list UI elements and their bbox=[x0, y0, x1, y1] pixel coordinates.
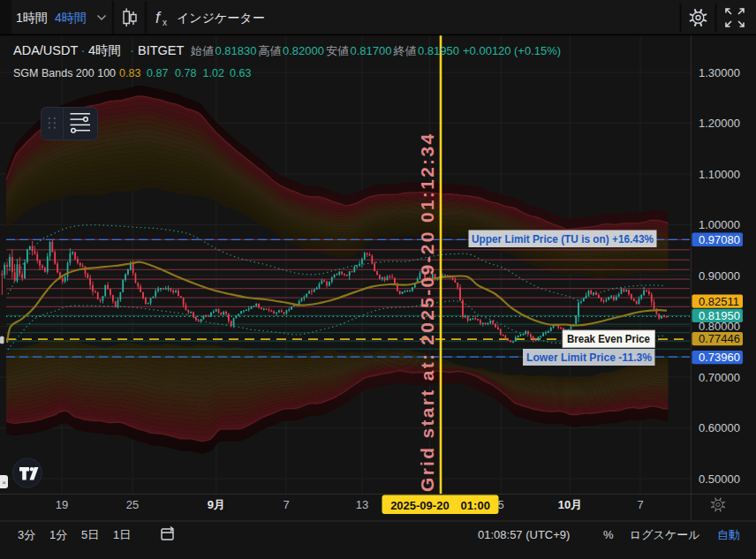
svg-text:0.77446: 0.77446 bbox=[699, 332, 740, 345]
svg-text:4時間: 4時間 bbox=[55, 11, 87, 25]
svg-text:Break Even Price: Break Even Price bbox=[567, 333, 650, 345]
svg-text:0.81950: 0.81950 bbox=[699, 309, 740, 322]
svg-text:13: 13 bbox=[356, 498, 368, 511]
svg-text:0.90000: 0.90000 bbox=[699, 269, 740, 283]
svg-text:ログスケール: ログスケール bbox=[630, 528, 700, 541]
svg-text:%: % bbox=[603, 528, 614, 541]
svg-text:ADA/USDT·4時間·BITGET: ADA/USDT·4時間·BITGET bbox=[13, 43, 185, 57]
svg-text:0.97080: 0.97080 bbox=[699, 233, 740, 246]
svg-text:x: x bbox=[163, 18, 167, 27]
svg-text:始値0.81830高値0.82000安値0.81700終値0: 始値0.81830高値0.82000安値0.81700終値0.81950+0.0… bbox=[190, 44, 561, 57]
svg-text:自動: 自動 bbox=[717, 528, 740, 541]
svg-text:0.82511: 0.82511 bbox=[699, 295, 739, 308]
svg-text:Upper Limit Price (TU is on): Upper Limit Price (TU is on) +16.43% bbox=[472, 233, 654, 246]
svg-text:2025-09-20 01:00: 2025-09-20 01:00 bbox=[390, 499, 490, 512]
svg-text:01:08:57 (UTC+9): 01:08:57 (UTC+9) bbox=[478, 528, 570, 541]
svg-text:5日: 5日 bbox=[81, 528, 99, 541]
svg-text:1日: 1日 bbox=[113, 528, 131, 541]
svg-text:Lower Limit Price -11.3%: Lower Limit Price -11.3% bbox=[526, 351, 652, 364]
svg-text:0.50000: 0.50000 bbox=[699, 472, 740, 486]
svg-text:1.30000: 1.30000 bbox=[699, 66, 740, 79]
svg-text:7: 7 bbox=[283, 498, 289, 511]
svg-text:0.60000: 0.60000 bbox=[699, 421, 740, 434]
svg-text:×: × bbox=[2, 479, 6, 487]
svg-text:1.00000: 1.00000 bbox=[699, 218, 740, 231]
svg-text:0.70000: 0.70000 bbox=[699, 371, 740, 384]
svg-text:0.73960: 0.73960 bbox=[699, 351, 740, 364]
svg-text:1.10000: 1.10000 bbox=[699, 168, 740, 181]
svg-text:Grid start at: 2025-09-20 01:1: Grid start at: 2025-09-20 01:12:34 bbox=[417, 132, 437, 492]
svg-text:1.20000: 1.20000 bbox=[699, 117, 740, 130]
svg-text:SGM Bands 200 1000.830.870.781: SGM Bands 200 1000.830.870.781.020.63 bbox=[13, 67, 251, 79]
svg-text:3分: 3分 bbox=[18, 528, 35, 541]
svg-text:9月: 9月 bbox=[208, 498, 225, 511]
svg-text:25: 25 bbox=[126, 498, 139, 511]
svg-text:7: 7 bbox=[637, 498, 643, 511]
svg-text:インジケーター: インジケーター bbox=[177, 11, 265, 25]
svg-text:1時間: 1時間 bbox=[16, 11, 48, 25]
svg-text:10月: 10月 bbox=[558, 498, 582, 511]
svg-text:1分: 1分 bbox=[49, 528, 67, 541]
svg-text:19: 19 bbox=[56, 498, 68, 511]
